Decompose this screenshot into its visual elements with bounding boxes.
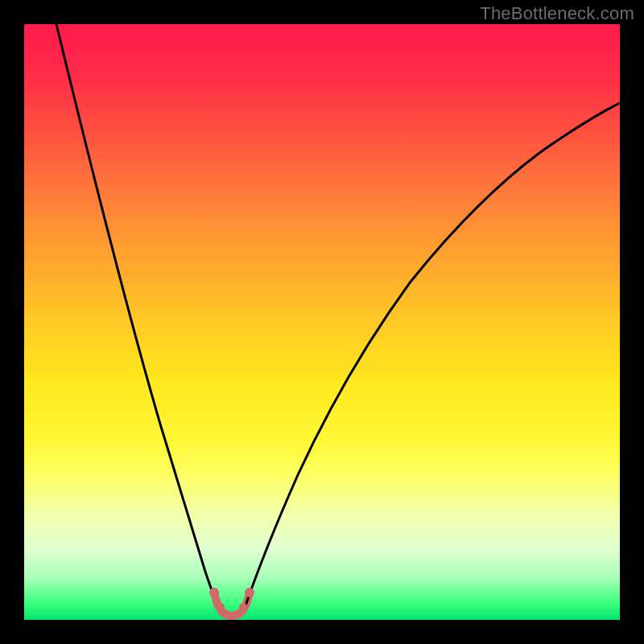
curve-left bbox=[56, 24, 219, 608]
vertex-dot bbox=[228, 612, 236, 620]
curve-right bbox=[245, 103, 620, 608]
watermark-text: TheBottleneck.com bbox=[480, 3, 634, 24]
vertex-dot bbox=[217, 603, 225, 611]
vertex-dot bbox=[239, 603, 247, 611]
vertex-dot bbox=[245, 588, 254, 597]
plot-area bbox=[24, 24, 620, 620]
curve-svg bbox=[24, 24, 620, 620]
chart-frame: TheBottleneck.com bbox=[0, 0, 644, 644]
vertex-dot bbox=[209, 588, 219, 597]
